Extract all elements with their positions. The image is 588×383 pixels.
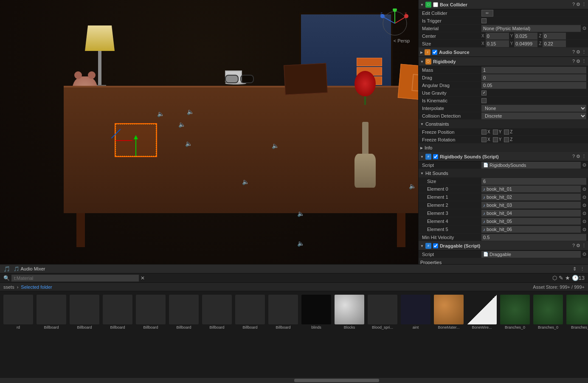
asset-item[interactable]: Billboard xyxy=(35,294,68,330)
search-clear-button[interactable]: ✕ xyxy=(141,275,145,281)
is-trigger-checkbox[interactable] xyxy=(481,18,487,23)
audio-source-help-icon[interactable]: ? xyxy=(572,49,575,55)
size-y-input[interactable] xyxy=(514,40,537,47)
info-header[interactable]: Info xyxy=(419,144,588,152)
asset-item[interactable]: Billboard xyxy=(267,294,300,330)
is-kinematic-checkbox[interactable] xyxy=(481,98,487,103)
element-5-ref[interactable]: ♪ book_hit_06 xyxy=(481,226,581,233)
asset-item[interactable]: Billboard xyxy=(101,294,134,330)
draggable-foldout[interactable] xyxy=(420,244,424,248)
collider-material-ref[interactable]: None (Physic Material) xyxy=(481,25,581,32)
center-y-input[interactable] xyxy=(514,33,537,39)
filter-icon[interactable]: ✎ xyxy=(559,275,563,281)
element-2-target[interactable]: ⊙ xyxy=(582,203,586,208)
rigidbody-sounds-foldout[interactable] xyxy=(420,155,424,159)
edit-collider-button[interactable]: ✏ xyxy=(481,10,493,17)
audio-source-settings-icon[interactable]: ⚙ xyxy=(576,49,580,55)
element-0-ref[interactable]: ♪ book_hit_01 xyxy=(481,186,581,192)
size-x-input[interactable] xyxy=(486,40,509,47)
box-collider-help-icon[interactable]: ? xyxy=(572,2,575,7)
star-icon[interactable]: ★ xyxy=(565,275,570,281)
audio-source-foldout[interactable] xyxy=(420,50,423,54)
rigidbody-sounds-enabled-checkbox[interactable] xyxy=(433,154,438,159)
asset-item[interactable]: blinds xyxy=(300,294,333,330)
draggable-menu-icon[interactable]: ⋮ xyxy=(582,243,586,248)
element-2-ref[interactable]: ♪ book_hit_03 xyxy=(481,202,581,208)
freeze-rot-z-checkbox[interactable] xyxy=(504,137,509,142)
box-collider-enabled-checkbox[interactable] xyxy=(433,2,438,7)
min-hit-velocity-input[interactable] xyxy=(481,234,586,241)
collider-material-target[interactable]: ⊙ xyxy=(582,25,586,31)
asset-item[interactable]: rd xyxy=(2,294,35,330)
asset-item[interactable]: BoneMater... xyxy=(432,294,465,330)
draggable-help-icon[interactable]: ? xyxy=(572,243,575,248)
asset-item[interactable]: Billboard xyxy=(234,294,267,330)
rigidbody-sounds-settings-icon[interactable]: ⚙ xyxy=(576,154,580,159)
freeze-rot-x-checkbox[interactable] xyxy=(481,137,487,142)
asset-item[interactable]: aint xyxy=(399,294,432,330)
bottom-scrollbar[interactable] xyxy=(0,378,588,383)
element-3-ref[interactable]: ♪ book_hit_04 xyxy=(481,210,581,217)
element-4-ref[interactable]: ♪ book_hit_05 xyxy=(481,218,581,225)
draggable-script-ref[interactable]: 📄 Draggable xyxy=(481,251,581,258)
box-collider-menu-icon[interactable]: ⋮ xyxy=(582,2,586,7)
box-collider-settings-icon[interactable]: ⚙ xyxy=(576,2,580,7)
asset-label: Blocks xyxy=(344,325,355,329)
rigidbody-foldout[interactable] xyxy=(420,59,424,64)
bottom-scrollbar-thumb[interactable] xyxy=(294,379,379,382)
breadcrumb-folder[interactable]: Selected folder xyxy=(21,284,52,290)
rigidbody-sounds-help-icon[interactable]: ? xyxy=(572,154,575,159)
rigidbody-settings-icon[interactable]: ⚙ xyxy=(576,59,580,64)
min-hit-velocity-value xyxy=(481,234,586,241)
box-collider-foldout[interactable] xyxy=(420,3,424,7)
rigidbody-sounds-menu-icon[interactable]: ⋮ xyxy=(582,154,586,159)
freeze-pos-x-checkbox[interactable] xyxy=(481,130,487,135)
hit-sounds-header[interactable]: Hit Sounds xyxy=(419,169,588,177)
center-x-input[interactable] xyxy=(486,33,509,39)
asset-item[interactable]: Billboard xyxy=(200,294,234,330)
element-4-target[interactable]: ⊙ xyxy=(582,219,586,224)
collision-detection-select[interactable]: Discrete Continuous Continuous Dynamic xyxy=(481,113,586,119)
audio-source-menu-icon[interactable]: ⋮ xyxy=(582,49,586,55)
asset-item[interactable]: Blocks xyxy=(333,294,366,330)
asset-item[interactable]: Blood_spri... xyxy=(366,294,399,330)
center-z-input[interactable] xyxy=(543,33,566,39)
draggable-settings-icon[interactable]: ⚙ xyxy=(576,243,580,248)
bottom-panel-menu-icon[interactable]: ⋮ xyxy=(580,266,585,272)
sounds-script-target[interactable]: ⊙ xyxy=(582,162,586,168)
asset-item[interactable]: Billboard xyxy=(134,294,167,330)
rigidbody-help-icon[interactable]: ? xyxy=(572,59,575,64)
audio-source-enabled-checkbox[interactable] xyxy=(432,50,437,55)
interpolate-select[interactable]: None Interpolate Extrapolate xyxy=(481,105,586,112)
save-search-icon[interactable]: ⬡ xyxy=(552,275,557,281)
asset-item[interactable]: Billboard xyxy=(167,294,200,330)
element-1-target[interactable]: ⊙ xyxy=(582,194,586,200)
bottom-panel-resize-icon[interactable]: ⇕ xyxy=(573,266,577,272)
draggable-script-target[interactable]: ⊙ xyxy=(582,251,586,257)
element-3-target[interactable]: ⊙ xyxy=(582,211,586,216)
viewport[interactable]: Shaded | 2D | Lighting | Audio | Effects xyxy=(0,0,418,264)
freeze-rot-y-checkbox[interactable] xyxy=(493,137,498,142)
asset-item[interactable]: Branches_0 xyxy=(532,294,565,330)
asset-item[interactable]: Branches_0 xyxy=(565,294,588,330)
element-5-target[interactable]: ⊙ xyxy=(582,227,586,232)
element-0-target[interactable]: ⊙ xyxy=(582,186,586,192)
size-z-input[interactable] xyxy=(543,40,566,47)
element-1-ref[interactable]: ♪ book_hit_02 xyxy=(481,194,581,200)
search-input[interactable] xyxy=(11,275,139,282)
mass-input[interactable] xyxy=(481,67,586,73)
draggable-enabled-checkbox[interactable] xyxy=(433,243,438,248)
constraints-header[interactable]: Constraints xyxy=(419,120,588,128)
use-gravity-checkbox[interactable] xyxy=(481,90,487,96)
asset-item[interactable]: Billboard xyxy=(68,294,101,330)
rigidbody-menu-icon[interactable]: ⋮ xyxy=(582,59,586,64)
angular-drag-input[interactable] xyxy=(481,82,586,89)
asset-item[interactable]: BoneWire... xyxy=(465,294,498,330)
drag-input[interactable] xyxy=(481,74,586,81)
freeze-pos-y-checkbox[interactable] xyxy=(493,130,498,135)
sounds-size-input[interactable] xyxy=(481,178,586,185)
breadcrumb-assets[interactable]: ssets xyxy=(3,284,14,290)
sounds-script-ref[interactable]: 📄 RigidbodySounds xyxy=(481,162,581,169)
freeze-pos-z-checkbox[interactable] xyxy=(504,130,509,135)
asset-item[interactable]: Branches_0 xyxy=(498,294,532,330)
